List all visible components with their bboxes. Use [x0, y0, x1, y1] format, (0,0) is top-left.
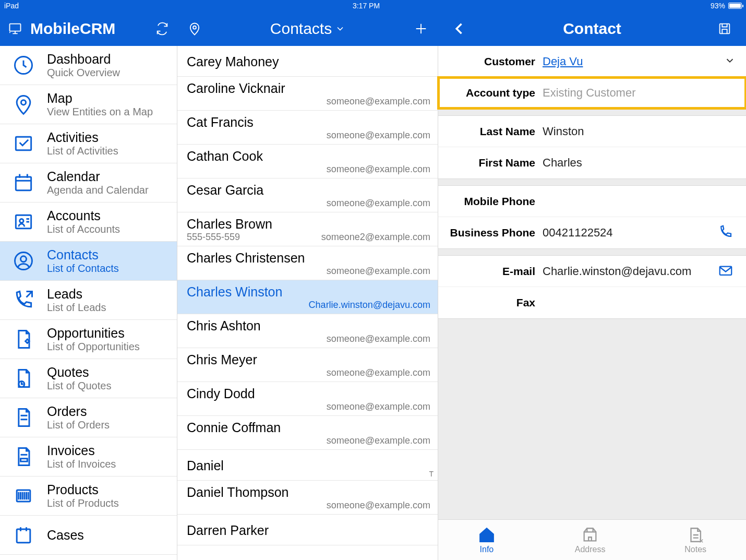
sidebar-item-title: Invoices — [47, 443, 116, 458]
value-email[interactable]: Charlie.winston@dejavu.com — [543, 265, 718, 278]
contact-list-item[interactable]: Carey Mahoney — [177, 46, 438, 77]
contact-email: someone@example.com — [327, 401, 430, 412]
contacts-dropdown[interactable]: Contacts — [270, 20, 345, 38]
contact-list-item[interactable]: Cesar Garciasomeone@example.com — [177, 178, 438, 212]
label-email: E-mail — [438, 265, 543, 278]
contact-email: someone@example.com — [327, 333, 430, 344]
phone-icon[interactable] — [718, 224, 736, 242]
add-button[interactable] — [412, 20, 430, 38]
sync-icon[interactable] — [153, 20, 171, 38]
field-last-name[interactable]: Last Name Winston — [438, 116, 746, 147]
label-mobile-phone: Mobile Phone — [438, 195, 543, 208]
tab-address[interactable]: Address — [575, 526, 606, 554]
sidebar-icon — [9, 247, 38, 275]
field-account-type[interactable]: Account type Existing Customer — [438, 77, 746, 109]
value-business-phone[interactable]: 00421122524 — [543, 226, 718, 240]
value-first-name[interactable]: Charles — [543, 156, 736, 170]
sidebar-item-orders[interactable]: Orders List of Orders — [0, 398, 177, 437]
monitor-icon[interactable] — [6, 20, 24, 38]
contacts-title: Contacts — [270, 20, 332, 38]
contact-email: someone@example.com — [327, 435, 430, 446]
contact-list-item[interactable]: Connie Coffmansomeone@example.com — [177, 416, 438, 450]
sidebar-item-products[interactable]: Products List of Products — [0, 476, 177, 516]
contact-list-item[interactable]: Chris Ashtonsomeone@example.com — [177, 314, 438, 348]
svg-point-9 — [20, 219, 23, 223]
field-mobile-phone[interactable]: Mobile Phone — [438, 186, 746, 217]
sidebar-item-title: Quotes — [47, 365, 111, 380]
contact-list-item[interactable]: Charles WinstonCharlie.winston@dejavu.co… — [177, 280, 438, 314]
mail-icon[interactable] — [718, 263, 736, 280]
sidebar-icon — [9, 443, 38, 471]
sidebar-item-subtitle: List of Contacts — [47, 263, 119, 275]
sidebar-item-leads[interactable]: Leads List of Leads — [0, 281, 177, 320]
contact-name: Cathan Cook — [187, 149, 430, 164]
contact-name: Darren Parker — [187, 523, 430, 538]
sidebar-item-calendar[interactable]: Calendar Agenda and Calendar — [0, 163, 177, 202]
contact-list-item[interactable]: Charles Brown555-555-559someone2@example… — [177, 212, 438, 246]
contact-list-item[interactable]: Cathan Cooksomeone@example.com — [177, 145, 438, 178]
sidebar-item-opportunities[interactable]: Opportunities List of Opportunities — [0, 320, 177, 359]
value-customer[interactable]: Deja Vu — [543, 55, 724, 68]
contact-list-item[interactable]: Daniel Thompsonsomeone@example.com — [177, 481, 438, 515]
contact-list-item[interactable]: Caroline Vicknairsomeone@example.com — [177, 77, 438, 111]
svg-rect-3 — [720, 24, 730, 34]
sidebar-item-invoices[interactable]: Invoices List of Invoices — [0, 437, 177, 476]
back-button[interactable] — [451, 20, 468, 38]
svg-rect-13 — [21, 459, 28, 462]
sidebar-item-dashboard[interactable]: Dashboard Quick Overview — [0, 46, 177, 85]
sidebar-item-title: Orders — [47, 404, 110, 419]
sidebar-item-subtitle: View Entities on a Map — [47, 106, 153, 118]
sidebar-icon — [9, 208, 38, 236]
contact-list-item[interactable]: Cat Francissomeone@example.com — [177, 111, 438, 145]
contact-list-item[interactable]: Cindy Doddsomeone@example.com — [177, 382, 438, 416]
label-business-phone: Business Phone — [438, 227, 543, 239]
sidebar-item-map[interactable]: Map View Entities on a Map — [0, 85, 177, 124]
status-bar: iPad 3:17 PM 93% — [0, 0, 746, 11]
field-email[interactable]: E-mail Charlie.winston@dejavu.com — [438, 256, 746, 287]
save-icon[interactable] — [716, 20, 733, 38]
contact-list-item[interactable]: Darren Parker — [177, 515, 438, 545]
app-title: MobileCRM — [30, 20, 115, 38]
contact-email: someone@example.com — [327, 500, 430, 511]
contact-name: Cat Francis — [187, 115, 430, 130]
value-last-name[interactable]: Winston — [543, 125, 736, 138]
sidebar-item-title: Map — [47, 91, 153, 106]
sidebar-item-title: Products — [47, 482, 119, 497]
field-business-phone[interactable]: Business Phone 00421122524 — [438, 217, 746, 248]
sidebar-item-activities[interactable]: Activities List of Activities — [0, 124, 177, 163]
tab-notes[interactable]: Notes — [684, 526, 706, 554]
contact-name: Cesar Garcia — [187, 183, 430, 198]
sidebar-icon — [9, 51, 38, 79]
tab-info-label: Info — [480, 545, 494, 554]
label-last-name: Last Name — [438, 125, 543, 138]
field-fax[interactable]: Fax — [438, 287, 746, 318]
sidebar-item-accounts[interactable]: Accounts List of Accounts — [0, 202, 177, 242]
contact-list-item[interactable]: Charles Christensensomeone@example.com — [177, 246, 438, 280]
contact-name: Connie Coffman — [187, 420, 430, 435]
detail-title: Contact — [563, 20, 621, 38]
sidebar-item-subtitle: List of Leads — [47, 302, 106, 314]
battery-icon — [728, 3, 742, 9]
tab-info[interactable]: Info — [478, 526, 496, 554]
sidebar-item-subtitle: Agenda and Calendar — [47, 184, 149, 196]
map-pin-icon[interactable] — [186, 20, 203, 38]
svg-rect-17 — [584, 532, 596, 541]
contact-name: Chris Ashton — [187, 318, 430, 333]
sidebar-item-cases[interactable]: Cases — [0, 516, 177, 555]
sidebar-item-subtitle: List of Products — [47, 497, 119, 509]
contact-list-item[interactable]: DanielT — [177, 450, 438, 481]
contact-name: Charles Christensen — [187, 251, 430, 266]
tab-notes-label: Notes — [684, 545, 706, 554]
sidebar-item-contacts[interactable]: Contacts List of Contacts — [0, 242, 177, 281]
field-customer[interactable]: Customer Deja Vu — [438, 46, 746, 77]
field-first-name[interactable]: First Name Charles — [438, 147, 746, 178]
sidebar-icon — [9, 403, 38, 432]
chevron-down-icon[interactable] — [724, 55, 736, 68]
sidebar-item-title: Cases — [47, 528, 84, 543]
contact-name: Charles Brown — [187, 217, 430, 232]
contact-email: someone2@example.com — [321, 232, 430, 243]
label-customer: Customer — [438, 55, 543, 68]
sidebar-item-quotes[interactable]: Quotes List of Quotes — [0, 359, 177, 398]
sidebar-item-title: Activities — [47, 130, 118, 145]
contact-list-item[interactable]: Chris Meyersomeone@example.com — [177, 348, 438, 382]
